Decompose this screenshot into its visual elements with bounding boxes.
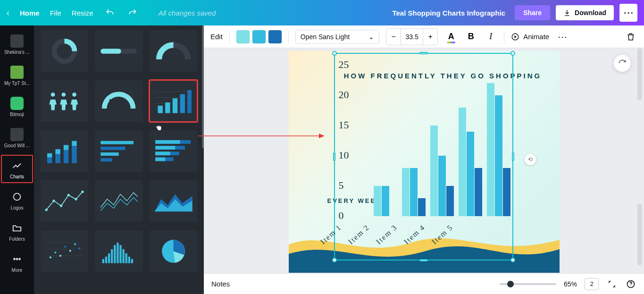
svg-rect-25: [64, 150, 68, 163]
font-family-select[interactable]: Open Sans Light ⌄: [295, 30, 379, 44]
resize-handle-e[interactable]: [512, 152, 514, 161]
menu-home[interactable]: Home: [20, 9, 40, 17]
svg-point-9: [72, 92, 76, 97]
resize-handle-nw[interactable]: [332, 51, 337, 56]
chart-thumb-multiline[interactable]: [95, 180, 142, 222]
rail-folders[interactable]: Folders: [0, 216, 34, 246]
svg-rect-27: [72, 146, 76, 163]
design-page[interactable]: HOW FREQUENTLY THEY GO SHOPPING EVERY WE…: [289, 51, 560, 273]
svg-point-56: [69, 250, 71, 252]
chart-thumb-stacked-bars[interactable]: [41, 130, 88, 172]
download-label: Download: [575, 9, 606, 17]
chart-thumb-hbar-2[interactable]: [150, 130, 197, 172]
rail-app-shekina[interactable]: Shekina's ...: [0, 29, 34, 59]
edit-button[interactable]: Edit: [210, 33, 223, 41]
sync-badge[interactable]: ⟲: [525, 154, 536, 165]
chart-thumb-bar-selected[interactable]: [150, 80, 197, 122]
chart-thumb-line[interactable]: [41, 180, 88, 222]
swatch-2[interactable]: [252, 30, 266, 43]
document-title[interactable]: Teal Shopping Charts Infographic: [392, 9, 505, 17]
svg-rect-63: [114, 245, 116, 263]
font-size-increase[interactable]: +: [423, 29, 437, 45]
zoom-level[interactable]: 65%: [564, 280, 577, 288]
chart-thumb-gauge-half[interactable]: [150, 30, 197, 72]
font-size-value[interactable]: 33.5: [401, 29, 423, 45]
fullscreen-icon[interactable]: [606, 278, 618, 290]
resize-handle-s[interactable]: [419, 259, 428, 261]
back-icon[interactable]: ‹: [7, 8, 9, 18]
chart-thumb-histogram[interactable]: [95, 230, 142, 272]
rail-label: Charts: [10, 174, 24, 179]
page-chevron-icon[interactable]: ⌄: [422, 272, 427, 273]
chart-thumb-hbar-1[interactable]: [95, 130, 142, 172]
chart-thumb-people[interactable]: [41, 80, 88, 122]
chart-thumb-dial[interactable]: [95, 80, 142, 122]
svg-point-58: [78, 247, 80, 249]
scroll-thumb[interactable]: [637, 48, 642, 100]
italic-button[interactable]: I: [484, 30, 497, 43]
rail-label: Folders: [9, 236, 25, 242]
chart-thumb-pie[interactable]: [150, 230, 197, 272]
rail-app-bitmoji[interactable]: Bitmoji: [0, 92, 34, 122]
refresh-preview-button[interactable]: [614, 55, 631, 72]
svg-point-0: [14, 193, 21, 200]
canvas-scrollbar[interactable]: [636, 48, 643, 259]
font-name: Open Sans Light: [301, 33, 350, 41]
download-button[interactable]: Download: [556, 5, 614, 20]
svg-rect-64: [117, 243, 119, 263]
page-count-button[interactable]: 2: [585, 278, 599, 290]
chart-thumb-area[interactable]: [150, 180, 197, 222]
svg-rect-30: [101, 146, 125, 150]
rail-app-goodwill[interactable]: Good Will ...: [0, 123, 34, 153]
app-rail: Shekina's ... My TpT St... Bitmoji Good …: [0, 25, 34, 294]
svg-rect-66: [123, 249, 125, 263]
help-icon[interactable]: [625, 278, 636, 290]
chart-thumb-scatter[interactable]: [41, 230, 88, 272]
delete-button[interactable]: [624, 30, 637, 43]
header-more-button[interactable]: ⋯: [619, 4, 637, 22]
swatch-3[interactable]: [268, 30, 282, 43]
elements-panel: ◂: [34, 25, 204, 294]
svg-point-2: [17, 258, 18, 260]
font-size-decrease[interactable]: −: [386, 29, 401, 45]
svg-rect-26: [64, 145, 68, 150]
svg-rect-38: [155, 151, 170, 155]
scroll-thumb[interactable]: [637, 204, 642, 265]
svg-rect-29: [101, 141, 134, 144]
body-row: Shekina's ... My TpT St... Bitmoji Good …: [0, 25, 644, 294]
svg-rect-17: [165, 102, 170, 113]
resize-handle-w[interactable]: [333, 152, 335, 161]
redo-icon[interactable]: [126, 7, 139, 19]
rail-more[interactable]: More: [0, 247, 34, 277]
menu-resize[interactable]: Resize: [72, 9, 93, 17]
chart-thumb-donut[interactable]: [41, 30, 88, 72]
svg-rect-21: [47, 157, 52, 163]
svg-point-3: [19, 258, 20, 260]
canvas-viewport[interactable]: HOW FREQUENTLY THEY GO SHOPPING EVERY WE…: [204, 48, 644, 273]
undo-icon[interactable]: [104, 7, 116, 19]
text-color-button[interactable]: A: [444, 30, 458, 43]
rail-logos[interactable]: Logos: [0, 185, 34, 215]
resize-handle-se[interactable]: [510, 258, 515, 262]
svg-rect-65: [120, 245, 122, 263]
chart-thumb-progress[interactable]: [95, 30, 142, 72]
notes-button[interactable]: Notes: [211, 280, 230, 288]
resize-handle-n[interactable]: [419, 52, 428, 54]
rail-label: More: [12, 268, 23, 273]
rail-label: Good Will ...: [4, 143, 30, 148]
rail-app-tpt[interactable]: My TpT St...: [0, 60, 34, 91]
zoom-slider-knob[interactable]: [507, 281, 514, 287]
rail-charts[interactable]: Charts: [0, 154, 34, 184]
resize-handle-ne[interactable]: [510, 51, 515, 56]
bold-button[interactable]: B: [464, 30, 477, 43]
resize-handle-sw[interactable]: [332, 258, 337, 262]
toolbar-more-button[interactable]: ⋯: [556, 30, 569, 43]
zoom-slider[interactable]: [500, 283, 556, 285]
app-icon: [10, 97, 24, 110]
svg-rect-6: [101, 49, 122, 53]
animate-button[interactable]: Animate: [511, 33, 549, 41]
swatch-1[interactable]: [236, 30, 250, 43]
menu-file[interactable]: File: [50, 9, 61, 17]
share-button[interactable]: Share: [515, 5, 550, 20]
svg-point-7: [51, 92, 55, 97]
